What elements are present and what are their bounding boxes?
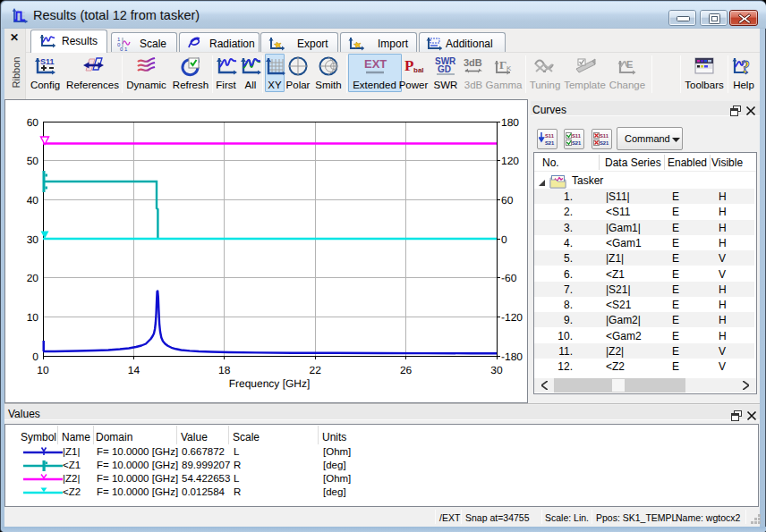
svg-text:30: 30: [490, 364, 503, 376]
svg-text:60: 60: [501, 194, 514, 207]
svg-text:120: 120: [501, 155, 519, 167]
svg-text:0: 0: [501, 233, 507, 246]
svg-text:E: E: [626, 59, 633, 70]
svg-text:?: ?: [741, 57, 750, 77]
svg-text:40: 40: [27, 194, 39, 207]
svg-text:-60: -60: [501, 272, 517, 284]
svg-text:60: 60: [27, 116, 39, 129]
svg-text:EXT: EXT: [364, 57, 387, 71]
svg-text:-120: -120: [501, 311, 523, 324]
svg-text:S21: S21: [572, 140, 582, 146]
svg-text:S21: S21: [545, 140, 555, 146]
svg-text:180: 180: [501, 116, 519, 129]
svg-text:18: 18: [218, 364, 231, 376]
svg-text:K: K: [506, 64, 512, 72]
svg-text:P: P: [404, 57, 413, 74]
svg-text:-180: -180: [501, 350, 523, 363]
svg-text:3dB: 3dB: [464, 57, 482, 68]
svg-text:10: 10: [37, 364, 49, 376]
svg-text:0: 0: [32, 350, 38, 363]
svg-text:S11: S11: [572, 133, 582, 139]
svg-text:20: 20: [27, 272, 39, 284]
svg-text:22: 22: [310, 364, 322, 376]
svg-text:S11: S11: [600, 133, 609, 139]
svg-text:Frequency [GHz]: Frequency [GHz]: [229, 377, 311, 390]
svg-text:10: 10: [27, 311, 39, 324]
svg-text:26: 26: [400, 364, 413, 376]
svg-text:bal: bal: [413, 66, 424, 74]
svg-text:S11: S11: [545, 133, 555, 139]
svg-text:14: 14: [128, 364, 140, 376]
svg-text:S11: S11: [40, 57, 55, 66]
svg-text:GD: GD: [438, 64, 451, 74]
svg-text:50: 50: [27, 155, 39, 167]
svg-text:30: 30: [27, 233, 39, 246]
svg-text:S21: S21: [600, 140, 609, 146]
